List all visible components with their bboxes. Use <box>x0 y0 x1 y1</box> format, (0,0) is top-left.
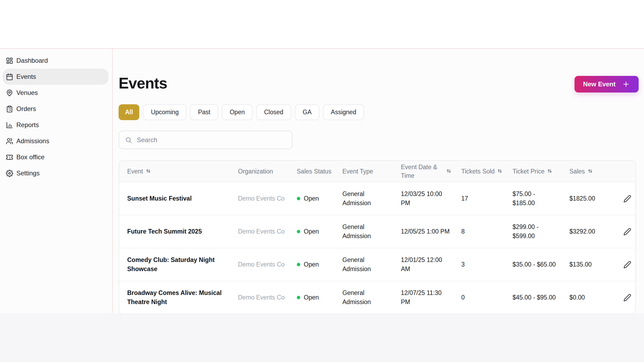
ticket-icon <box>6 154 13 161</box>
sidebar: DashboardEventsVenuesOrdersReportsAdmiss… <box>0 49 113 313</box>
ticket-price-cell: $75.00 - $185.00 <box>513 190 569 208</box>
sidebar-item-box-office[interactable]: Box office <box>3 149 108 165</box>
ticket-price-cell: $35.00 - $65.00 <box>513 260 569 269</box>
sidebar-item-label: Orders <box>16 105 36 113</box>
sidebar-item-label: Venues <box>16 89 38 97</box>
main-content: Events New Event AllUpcomingPastOpenClos… <box>113 49 644 313</box>
sales-status-cell: Open <box>297 194 342 203</box>
bar-chart-icon <box>6 121 13 129</box>
status-open-dot <box>297 230 300 233</box>
filter-chip-closed[interactable]: Closed <box>256 104 291 120</box>
sidebar-item-dashboard[interactable]: Dashboard <box>3 53 108 69</box>
sidebar-item-label: Reports <box>16 121 39 129</box>
tickets-sold-cell: 17 <box>461 194 513 203</box>
event-type-cell: General Admission <box>342 190 401 208</box>
column-header-event-date-time[interactable]: Event Date & Time <box>401 163 461 180</box>
table-header: EventOrganizationSales StatusEvent TypeE… <box>119 161 635 182</box>
sales-status-cell: Open <box>297 260 342 269</box>
column-header-label: Event <box>127 167 143 176</box>
row-actions-cell <box>619 293 635 303</box>
filter-chip-open[interactable]: Open <box>222 104 253 120</box>
edit-event-button[interactable] <box>622 260 632 270</box>
table-row[interactable]: Future Tech Summit 2025Demo Events CoOpe… <box>119 215 635 248</box>
clipboard-list-icon <box>6 105 13 113</box>
sidebar-item-admissions[interactable]: Admissions <box>3 133 108 149</box>
sidebar-item-label: Admissions <box>16 137 49 145</box>
organization-cell: Demo Events Co <box>238 194 297 203</box>
tickets-sold-cell: 0 <box>461 293 513 302</box>
sort-icon <box>497 169 503 174</box>
event-name-cell: Future Tech Summit 2025 <box>127 227 238 236</box>
tickets-sold-cell: 3 <box>461 260 513 269</box>
column-header-event-type: Event Type <box>342 167 401 176</box>
map-pin-icon <box>6 89 13 97</box>
column-header-label: Organization <box>238 167 273 176</box>
sort-icon <box>446 169 452 174</box>
sidebar-item-label: Settings <box>16 169 40 177</box>
event-datetime-cell: 12/07/25 11:30 PM <box>401 289 461 306</box>
ticket-price-cell: $45.00 - $95.00 <box>513 293 569 302</box>
filter-chip-assigned[interactable]: Assigned <box>323 104 364 120</box>
sort-icon <box>145 169 151 174</box>
event-type-cell: General Admission <box>342 289 401 306</box>
event-name-cell: Sunset Music Festival <box>127 194 238 203</box>
event-datetime-cell: 12/01/25 12:00 AM <box>401 256 461 274</box>
edit-event-button[interactable] <box>622 227 632 237</box>
users-icon <box>6 138 13 145</box>
column-header-tickets-sold[interactable]: Tickets Sold <box>461 167 513 176</box>
event-type-cell: General Admission <box>342 223 401 241</box>
status-label: Open <box>304 227 319 236</box>
status-open-dot <box>297 296 300 299</box>
app: DashboardEventsVenuesOrdersReportsAdmiss… <box>0 49 644 313</box>
column-header-label: Tickets Sold <box>461 167 495 176</box>
sort-icon <box>587 169 593 174</box>
status-open-dot <box>297 263 300 266</box>
sidebar-item-label: Dashboard <box>16 57 48 64</box>
sidebar-item-reports[interactable]: Reports <box>3 117 108 133</box>
sidebar-item-label: Events <box>16 73 36 80</box>
sidebar-nav: DashboardEventsVenuesOrdersReportsAdmiss… <box>0 53 112 181</box>
column-header-label: Sales Status <box>297 167 331 176</box>
sales-status-cell: Open <box>297 227 342 236</box>
new-event-button[interactable]: New Event <box>575 76 639 93</box>
edit-event-button[interactable] <box>622 293 632 303</box>
filter-chip-ga[interactable]: GA <box>295 104 319 120</box>
status-label: Open <box>304 293 319 302</box>
filter-chip-all[interactable]: All <box>119 104 139 120</box>
sales-status-cell: Open <box>297 293 342 302</box>
status-label: Open <box>304 260 319 269</box>
search-box <box>119 131 292 149</box>
filter-chip-past[interactable]: Past <box>190 104 218 120</box>
sidebar-item-events[interactable]: Events <box>3 69 108 85</box>
event-datetime-cell: 12/05/25 1:00 PM <box>401 227 461 236</box>
sales-cell: $135.00 <box>569 260 619 269</box>
sidebar-item-venues[interactable]: Venues <box>3 85 108 101</box>
sidebar-item-orders[interactable]: Orders <box>3 101 108 117</box>
filter-chips: AllUpcomingPastOpenClosedGAAssigned <box>119 104 364 120</box>
status-open-dot <box>297 197 300 200</box>
table-row[interactable]: Broadway Comes Alive: Musical Theatre Ni… <box>119 281 635 314</box>
column-header-event[interactable]: Event <box>127 167 238 176</box>
column-header-label: Event Type <box>342 167 373 176</box>
column-header-label: Event Date & Time <box>401 163 444 180</box>
sort-icon <box>547 169 552 174</box>
sidebar-item-settings[interactable]: Settings <box>3 165 108 181</box>
layout-dashboard-icon <box>6 57 13 64</box>
ticket-price-cell: $299.00 - $599.00 <box>513 223 569 241</box>
row-actions-cell <box>619 260 635 270</box>
filter-chip-upcoming[interactable]: Upcoming <box>143 104 186 120</box>
table-body: Sunset Music FestivalDemo Events CoOpenG… <box>119 182 635 314</box>
column-header-label: Sales <box>569 167 585 176</box>
top-spacer <box>0 0 644 49</box>
page-title: Events <box>119 74 167 92</box>
column-header-ticket-price[interactable]: Ticket Price <box>513 167 569 176</box>
edit-event-button[interactable] <box>622 194 632 204</box>
column-header-sales[interactable]: Sales <box>569 167 619 176</box>
table-row[interactable]: Comedy Club: Saturday Night ShowcaseDemo… <box>119 248 635 281</box>
search-input[interactable] <box>136 136 286 144</box>
status-label: Open <box>304 194 319 203</box>
calendar-icon <box>6 73 13 80</box>
column-header-sales-status: Sales Status <box>297 167 342 176</box>
table-row[interactable]: Sunset Music FestivalDemo Events CoOpenG… <box>119 182 635 215</box>
column-header-organization: Organization <box>238 167 297 176</box>
